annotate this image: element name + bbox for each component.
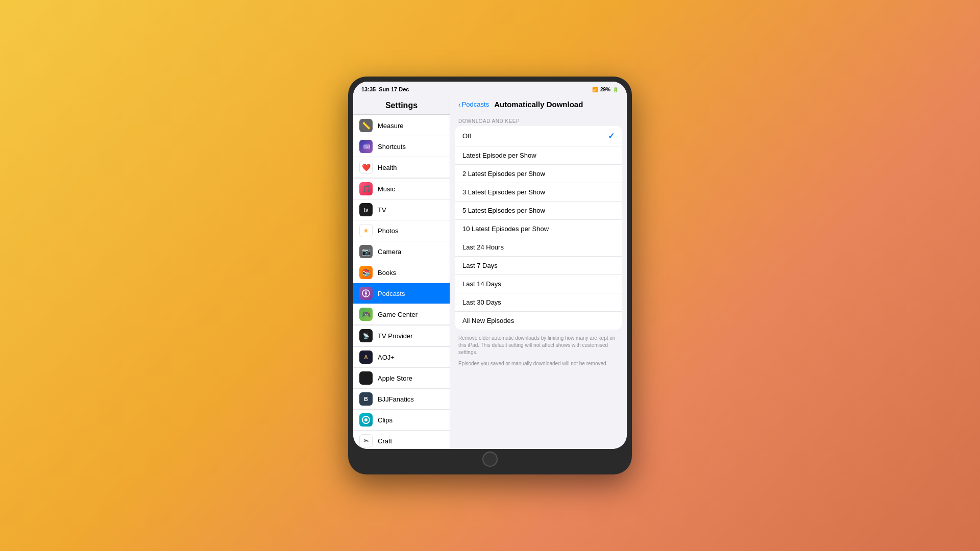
tvprovider-label: TV Provider [378,332,413,340]
sidebar-item-measure[interactable]: 📏 Measure [353,115,450,136]
main-content: Settings 📏 Measure ⌨ Shortcuts ❤️ [353,96,627,449]
applestore-icon [359,371,373,385]
health-icon: ❤️ [359,161,373,174]
health-label: Health [378,164,397,171]
photos-icon [359,224,373,237]
option-latest-2[interactable]: 2 Latest Episodes per Show [455,165,622,183]
camera-label: Camera [378,248,401,256]
option-last-24-label: Last 24 Hours [462,243,504,251]
podcasts-icon [359,287,373,300]
sidebar-title: Settings [353,96,450,115]
shortcuts-icon: ⌨ [359,140,373,153]
option-all-new[interactable]: All New Episodes [455,312,622,330]
option-off-label: Off [462,132,471,140]
back-link[interactable]: ‹ Podcasts [458,101,489,109]
panel-header: ‹ Podcasts Automatically Download [450,96,627,112]
right-panel: ‹ Podcasts Automatically Download DOWNLO… [450,96,627,449]
sidebar-item-photos[interactable]: Photos [353,220,450,241]
shortcuts-label: Shortcuts [378,143,406,151]
option-all-new-label: All New Episodes [462,317,514,324]
battery-icon: 🔋 [612,87,619,92]
options-list: Off ✓ Latest Episode per Show 2 Latest E… [455,126,622,330]
option-latest-5-label: 5 Latest Episodes per Show [462,207,545,214]
option-last-30-label: Last 30 Days [462,298,501,306]
status-bar: 13:35 Sun 17 Dec 📶 29% 🔋 [353,82,627,96]
option-last-7-label: Last 7 Days [462,262,498,269]
sidebar-item-shortcuts[interactable]: ⌨ Shortcuts [353,136,450,157]
craft-icon: ✂ [359,434,373,447]
sidebar-item-gamecenter[interactable]: 🎮 Game Center [353,304,450,325]
svg-point-7 [364,418,368,421]
footnote-2: Episodes you saved or manually downloade… [455,360,622,367]
option-latest-5[interactable]: 5 Latest Episodes per Show [455,202,622,220]
panel-content: DOWNLOAD AND KEEP Off ✓ Latest Episode p… [450,112,627,449]
option-latest-3-label: 3 Latest Episodes per Show [462,188,545,196]
sidebar-item-music[interactable]: 🎵 Music [353,178,450,199]
checkmark-off: ✓ [608,131,615,141]
sidebar-item-books[interactable]: 📚 Books [353,262,450,283]
tv-label: TV [378,206,386,214]
back-label: Podcasts [462,101,489,108]
ipad-screen: 13:35 Sun 17 Dec 📶 29% 🔋 Settings 📏 Meas… [353,82,627,449]
applestore-label: Apple Store [378,374,412,382]
camera-icon: 📷 [359,245,373,258]
option-off[interactable]: Off ✓ [455,126,622,146]
option-last-30[interactable]: Last 30 Days [455,293,622,312]
gamecenter-icon: 🎮 [359,308,373,321]
sidebar-item-applestore[interactable]: Apple Store [353,368,450,389]
svg-text:⌨: ⌨ [363,144,370,149]
craft-label: Craft [378,437,392,445]
photos-label: Photos [378,227,398,235]
option-last-24[interactable]: Last 24 Hours [455,238,622,257]
sidebar-group-4: A AOJ+ Apple Store B [353,346,450,449]
option-last-14-label: Last 14 Days [462,280,501,288]
clips-label: Clips [378,416,393,424]
tvprovider-icon: 📡 [359,329,373,342]
sidebar-item-health[interactable]: ❤️ Health [353,157,450,178]
aoj-icon: A [359,350,373,364]
option-latest-1[interactable]: Latest Episode per Show [455,146,622,165]
option-latest-3[interactable]: 3 Latest Episodes per Show [455,183,622,202]
option-latest-10[interactable]: 10 Latest Episodes per Show [455,220,622,238]
sidebar-item-camera[interactable]: 📷 Camera [353,241,450,262]
section-label: DOWNLOAD AND KEEP [455,118,622,124]
date-display: Sun 17 Dec [379,86,409,92]
music-label: Music [378,185,395,193]
home-button[interactable] [482,452,498,467]
sidebar-item-podcasts[interactable]: Podcasts [353,283,450,304]
svg-point-3 [365,230,368,232]
sidebar-group-1: 📏 Measure ⌨ Shortcuts ❤️ Health [353,115,450,178]
sidebar-item-clips[interactable]: Clips [353,410,450,431]
footnote-1: Remove older automatic downloads by limi… [455,335,622,356]
bjj-label: BJJFanatics [378,395,414,403]
option-latest-2-label: 2 Latest Episodes per Show [462,170,545,178]
option-last-14[interactable]: Last 14 Days [455,275,622,293]
sidebar-item-tvprovider[interactable]: 📡 TV Provider [353,325,450,346]
ipad-home-bar [353,449,627,469]
sidebar-item-aoj[interactable]: A AOJ+ [353,346,450,368]
ipad-frame: 13:35 Sun 17 Dec 📶 29% 🔋 Settings 📏 Meas… [348,77,632,474]
back-arrow-icon: ‹ [458,101,461,109]
time-display: 13:35 [361,86,376,92]
sidebar-item-bjj[interactable]: B BJJFanatics [353,389,450,410]
status-right: 📶 29% 🔋 [592,87,619,92]
books-label: Books [378,269,396,277]
gamecenter-label: Game Center [378,311,418,318]
clips-icon [359,413,373,427]
measure-icon: 📏 [359,119,373,132]
measure-label: Measure [378,122,404,130]
sidebar-item-craft[interactable]: ✂ Craft [353,431,450,449]
option-last-7[interactable]: Last 7 Days [455,257,622,275]
sidebar-item-tv[interactable]: tv TV [353,199,450,220]
podcasts-label: Podcasts [378,290,405,297]
bjj-icon: B [359,392,373,406]
sidebar: Settings 📏 Measure ⌨ Shortcuts ❤️ [353,96,450,449]
sidebar-group-3: 📡 TV Provider [353,325,450,346]
option-latest-10-label: 10 Latest Episodes per Show [462,225,549,233]
option-latest-1-label: Latest Episode per Show [462,152,536,159]
aoj-label: AOJ+ [378,354,395,361]
books-icon: 📚 [359,266,373,279]
music-icon: 🎵 [359,182,373,195]
panel-title: Automatically Download [494,100,583,109]
wifi-icon: 📶 [592,87,598,92]
